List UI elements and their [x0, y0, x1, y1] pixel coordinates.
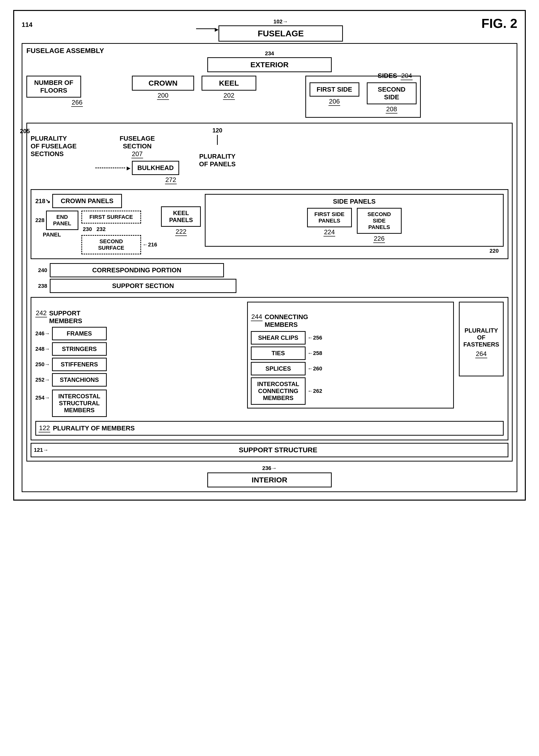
plurality-members-box: 122 PLURALITY OF MEMBERS [35, 421, 504, 436]
support-structure-box: 121→ SUPPORT STRUCTURE [31, 443, 508, 457]
support-structure-label: SUPPORT STRUCTURE [51, 446, 505, 454]
shear-clips-box: SHEAR CLIPS [251, 331, 306, 345]
intercostal-structural-box: INTERCOSTAL STRUCTURAL MEMBERS [52, 389, 107, 417]
panels-inner-frame: 218↘ CROWN PANELS [31, 189, 508, 259]
connecting-members-frame: 244 CONNECTING MEMBERS SHEAR CLIPS [247, 302, 454, 408]
page: FIG. 2 114 ▶ 102→ FUSELAGE [13, 10, 526, 501]
exterior-box: EXTERIOR [207, 57, 332, 72]
frames-box: FRAMES [52, 327, 107, 340]
bulkhead-box: BULKHEAD [132, 161, 179, 175]
stanchions-box: STANCHIONS [52, 373, 107, 386]
interior-box: INTERIOR [207, 472, 332, 487]
sections-frame: PLURALITY OF FUSELAGE SECTIONS FUSELAGE … [26, 123, 513, 462]
splices-box: SPLICES [251, 362, 306, 376]
first-side-panels-box: FIRST SIDE PANELS [307, 208, 352, 227]
support-members-label: SUPPORT MEMBERS [49, 302, 82, 325]
panel-label: PANEL [35, 231, 78, 238]
fuselage-assembly-frame: FUSELAGE ASSEMBLY 234 EXTERIOR NUMBER OF… [22, 43, 517, 492]
keel-box: KEEL [201, 76, 256, 91]
support-members-frame: 242 SUPPORT MEMBERS 246→ FRAMES [31, 297, 508, 440]
corresponding-portion-box: CORRESPONDING PORTION [50, 263, 224, 277]
second-side-panels-box: SECOND SIDE PANELS [357, 208, 402, 234]
plurality-fuselage-label: PLURALITY OF FUSELAGE SECTIONS [31, 127, 80, 158]
plurality-members-label: PLURALITY OF MEMBERS [53, 424, 135, 432]
fuselage-box: FUSELAGE [218, 25, 343, 42]
side-panels-frame: SIDE PANELS FIRST SIDE PANELS 224 [205, 194, 504, 247]
plurality-fasteners-label: PLURALITY OF FASTENERS [463, 320, 499, 348]
stiffeners-box: STIFFENERS [52, 358, 107, 371]
plurality-fasteners-frame: PLURALITY OF FASTENERS 264 [459, 302, 504, 377]
first-surface-box: FIRST SURFACE [81, 210, 141, 223]
support-section-box: SUPPORT SECTION [50, 279, 236, 293]
stringers-box: STRINGERS [52, 342, 107, 356]
end-panel-box: END PANEL [46, 210, 78, 230]
ref-114-label: 114 [22, 21, 32, 29]
second-side-box: SECOND SIDE [367, 82, 417, 104]
plurality-panels-label: PLURALITY OF PANELS [199, 145, 236, 168]
crown-box: CROWN [132, 76, 194, 91]
fuselage-section-label: FUSELAGE SECTION [120, 127, 155, 150]
crown-panels-box: CROWN PANELS [52, 194, 122, 208]
second-surface-box: SECOND SURFACE [81, 235, 141, 254]
first-side-box: FIRST SIDE [310, 82, 359, 97]
fuselage-assembly-label: FUSELAGE ASSEMBLY [26, 47, 104, 55]
number-floors-box: NUMBER OF FLOORS [26, 76, 81, 98]
ties-box: TIES [251, 347, 306, 360]
intercostal-connecting-box: INTERCOSTAL CONNECTING MEMBERS [251, 378, 306, 405]
connecting-members-label: CONNECTING MEMBERS [265, 305, 308, 329]
side-panels-label: SIDE PANELS [208, 198, 500, 206]
keel-panels-box: KEEL PANELS [161, 207, 201, 227]
